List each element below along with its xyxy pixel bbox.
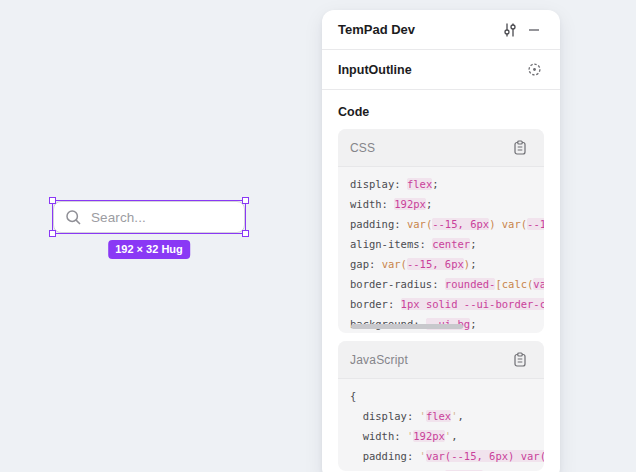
clipboard-icon[interactable] <box>508 348 532 372</box>
selected-component[interactable]: Search... 192 × 32 Hug <box>53 201 245 233</box>
search-placeholder: Search... <box>91 210 146 225</box>
size-badge: 192 × 32 Hug <box>108 240 190 259</box>
css-card-header: CSS <box>338 129 544 167</box>
component-name: InputOutline <box>338 63 522 77</box>
clipboard-icon[interactable] <box>508 136 532 160</box>
sliders-icon[interactable] <box>498 18 522 42</box>
locate-icon[interactable] <box>522 58 546 82</box>
horizontal-scrollbar[interactable] <box>351 324 463 329</box>
search-icon <box>65 209 82 226</box>
js-card-header: JavaScript <box>338 341 544 379</box>
component-row: InputOutline <box>322 50 560 90</box>
css-code-body[interactable]: display: flex;width: 192px;padding: var(… <box>338 167 544 333</box>
code-section-title: Code <box>338 105 544 119</box>
selection-handle-bottom-left[interactable] <box>49 230 56 237</box>
js-code-body[interactable]: { display: 'flex', width: '192px', paddi… <box>338 379 544 471</box>
js-card-label: JavaScript <box>350 353 508 367</box>
tempad-dev-panel: TemPad Dev InputOutline Code C <box>322 10 560 472</box>
selection-handle-bottom-right[interactable] <box>242 230 249 237</box>
search-input[interactable]: Search... <box>53 201 245 233</box>
panel-title: TemPad Dev <box>338 22 498 37</box>
js-code-card: JavaScript { display: 'flex', width: '19… <box>338 341 544 471</box>
minimize-icon[interactable] <box>522 18 546 42</box>
selection-handle-top-left[interactable] <box>49 197 56 204</box>
selection-handle-top-right[interactable] <box>242 197 249 204</box>
css-code-card: CSS display: flex;width: 192px;padding: … <box>338 129 544 333</box>
panel-header: TemPad Dev <box>322 10 560 50</box>
css-card-label: CSS <box>350 141 508 155</box>
